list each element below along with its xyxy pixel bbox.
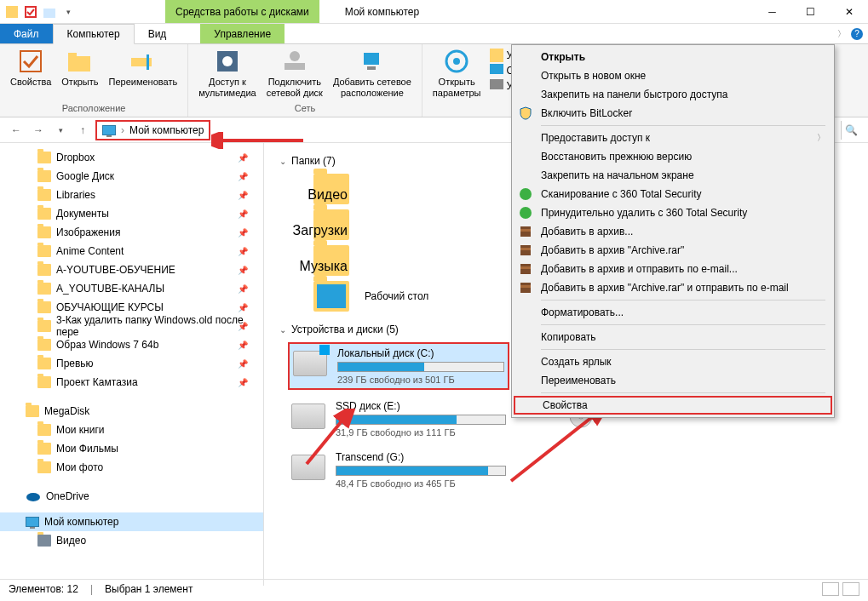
context-menu-item[interactable]: Открыть — [514, 48, 832, 66]
nav-photos[interactable]: Мои фото — [0, 458, 263, 477]
svg-rect-3 — [20, 51, 41, 72]
tab-computer[interactable]: Компьютер — [53, 24, 135, 44]
ribbon-map-drive-button[interactable]: Подключить сетевой диск — [262, 46, 328, 100]
folder-icon — [37, 189, 51, 201]
context-menu-item[interactable]: Закрепить на начальном экране — [514, 166, 832, 185]
maximize-button[interactable]: ☐ — [791, 0, 830, 24]
context-menu-item[interactable]: Форматировать... — [514, 303, 832, 322]
nav-folder-item[interactable]: Изображения📌 — [0, 223, 263, 242]
nav-folder-item[interactable]: Google Диск📌 — [0, 167, 263, 186]
qat-app-icon[interactable] — [3, 3, 20, 20]
breadcrumb-text: Мой компьютер — [129, 124, 204, 136]
disk-tools-contextual-label: Средства работы с дисками — [165, 0, 319, 23]
qat-properties-icon[interactable] — [22, 3, 39, 20]
address-breadcrumb[interactable]: › Мой компьютер — [95, 120, 210, 140]
context-menu-item[interactable]: Открыть в новом окне — [514, 66, 832, 85]
folder-icon — [37, 170, 51, 182]
nav-folder-item[interactable]: Проект Камтазиа📌 — [0, 373, 263, 392]
context-menu-item[interactable]: Закрепить на панели быстрого доступа — [514, 85, 832, 104]
ribbon-rename-button[interactable]: Переименовать — [104, 46, 183, 89]
svg-rect-31 — [520, 285, 531, 288]
folder-icon — [37, 358, 51, 369]
nav-folder-item[interactable]: A_YOUTUBE-КАНАЛЫ📌 — [0, 279, 263, 298]
drive-usage-bar — [336, 415, 506, 425]
nav-books[interactable]: Мои книги — [0, 421, 263, 439]
drive-item[interactable]: Transcend (G:)48,4 ГБ свободно из 465 ГБ — [288, 448, 509, 492]
context-menu-item[interactable]: Добавить в архив "Archive.rar" и отправи… — [514, 278, 832, 297]
nav-folder-item[interactable]: A-YOUTUBE-ОБУЧЕНИЕ📌 — [0, 260, 263, 279]
ribbon-add-network-button[interactable]: Добавить сетевое расположение — [328, 46, 417, 100]
svg-point-22 — [520, 188, 532, 200]
context-menu-item[interactable]: Создать ярлык — [514, 352, 832, 371]
context-menu-item[interactable]: Свойства — [514, 396, 832, 415]
nav-history-dropdown[interactable]: ▾ — [51, 121, 70, 140]
svg-rect-4 — [68, 56, 90, 72]
close-button[interactable]: ✕ — [830, 0, 868, 24]
nav-forward-button[interactable]: → — [29, 121, 48, 140]
tab-file[interactable]: Файл — [0, 24, 53, 43]
ribbon-collapse[interactable]: 〉? — [832, 24, 868, 43]
nav-my-computer[interactable]: Мой компьютер — [0, 512, 263, 531]
qat-new-folder-icon[interactable] — [41, 3, 58, 20]
context-menu-item[interactable]: Сканирование с 360 Total Security — [514, 185, 832, 203]
pin-icon: 📌 — [238, 228, 248, 238]
view-details-button[interactable] — [822, 582, 839, 596]
nav-video[interactable]: Видео — [0, 531, 263, 550]
context-menu-item[interactable]: Добавить в архив... — [514, 222, 832, 241]
nav-folder-item[interactable]: Dropbox📌 — [0, 148, 263, 167]
ribbon-open-settings-button[interactable]: Открыть параметры — [428, 46, 486, 100]
drive-name: Transcend (G:) — [336, 451, 506, 463]
nav-films[interactable]: Мои Фильмы — [0, 439, 263, 458]
nav-folder-item[interactable]: Превью📌 — [0, 354, 263, 373]
nav-onedrive[interactable]: OneDrive — [0, 487, 263, 506]
folder-icon — [37, 301, 51, 313]
drive-free-text: 31,9 ГБ свободно из 111 ГБ — [336, 427, 506, 438]
svg-rect-10 — [285, 63, 305, 70]
folder-icon — [37, 376, 51, 388]
ribbon-open-button[interactable]: Открыть — [56, 46, 103, 89]
nav-folder-item[interactable]: Anime Content📌 — [0, 242, 263, 260]
nav-megadisk[interactable]: MegaDisk — [0, 402, 263, 421]
folder-icon — [37, 264, 51, 276]
view-tiles-button[interactable] — [842, 582, 859, 596]
context-menu-item[interactable]: Восстановить прежнюю версию — [514, 147, 832, 166]
context-menu-item[interactable]: Копировать — [514, 328, 832, 346]
pin-icon: 📌 — [238, 209, 248, 219]
submenu-arrow-icon: 〉 — [817, 132, 825, 144]
minimize-button[interactable]: ─ — [753, 0, 791, 24]
qat-dropdown-icon[interactable]: ▾ — [60, 3, 77, 20]
context-menu-item[interactable]: Добавить в архив и отправить по e-mail..… — [514, 260, 832, 278]
search-box[interactable]: 🔍 — [841, 121, 861, 140]
drive-usage-bar — [336, 466, 506, 476]
nav-back-button[interactable]: ← — [7, 121, 26, 140]
tab-view[interactable]: Вид — [135, 24, 181, 43]
tab-manage[interactable]: Управление — [200, 24, 285, 43]
context-menu-item[interactable]: Принудительно удалить с 360 Total Securi… — [514, 203, 832, 222]
svg-rect-25 — [520, 229, 531, 232]
drive-name: Локальный диск (C:) — [337, 347, 504, 359]
svg-point-19 — [26, 493, 40, 501]
drive-item[interactable]: SSD диск (E:)31,9 ГБ свободно из 111 ГБ — [288, 397, 509, 441]
nav-folder-item[interactable]: Образ Windows 7 64b📌 — [0, 335, 263, 354]
security-icon — [519, 187, 532, 201]
nav-folder-item[interactable]: Документы📌 — [0, 204, 263, 223]
help-icon[interactable]: ? — [851, 28, 863, 40]
context-menu-item[interactable]: Переименовать — [514, 371, 832, 390]
context-menu: ОткрытьОткрыть в новом окнеЗакрепить на … — [511, 44, 835, 418]
pin-icon: 📌 — [238, 266, 248, 275]
status-bar: Элементов: 12 | Выбран 1 элемент — [0, 579, 868, 598]
svg-rect-13 — [367, 66, 376, 70]
nav-folder-item[interactable]: 3-Как удалить папку Windows.old после пе… — [0, 317, 263, 335]
ribbon-media-access-button[interactable]: Доступ к мультимедиа — [193, 46, 262, 100]
ribbon-group-label-location: Расположение — [62, 103, 126, 115]
folder-icon — [37, 339, 51, 351]
context-menu-item[interactable]: Добавить в архив "Archive.rar" — [514, 241, 832, 260]
ribbon-properties-button[interactable]: Свойства — [5, 46, 56, 89]
nav-folder-item[interactable]: Libraries📌 — [0, 186, 263, 204]
drive-item[interactable]: Локальный диск (C:)239 ГБ свободно из 50… — [288, 342, 509, 390]
context-menu-item[interactable]: Предоставить доступ к〉 — [514, 129, 832, 147]
nav-up-button[interactable]: ↑ — [73, 121, 92, 140]
navigation-pane[interactable]: Dropbox📌Google Диск📌Libraries📌Документы📌… — [0, 143, 264, 586]
context-menu-item[interactable]: Включить BitLocker — [514, 104, 832, 123]
folder-icon — [313, 281, 349, 312]
